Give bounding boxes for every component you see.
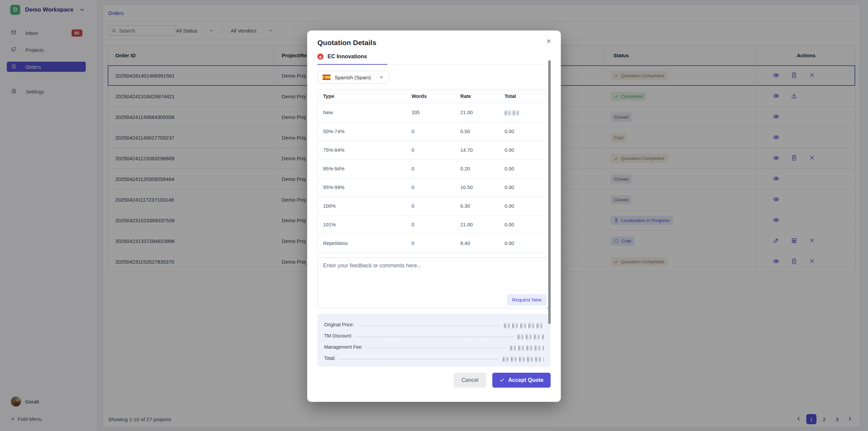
dotted-leader — [339, 359, 498, 360]
accept-quote-label: Accept Quote — [508, 377, 544, 383]
quote-column-words: Words — [406, 89, 455, 103]
quote-total-cell: 0.00 — [499, 141, 550, 159]
quote-rate-cell: 0.20 — [455, 159, 499, 178]
summary-label: TM Discount: — [324, 333, 352, 341]
summary-row: Total: — [324, 352, 544, 363]
quote-table: Type Words Rate Total New 335 21.00 50%-… — [317, 89, 551, 253]
spain-flag-icon — [322, 75, 331, 80]
quote-rate-cell: 14.70 — [455, 141, 499, 159]
quote-type-cell: 75%-84% — [318, 141, 406, 159]
quote-total-cell: 0.00 — [499, 122, 550, 141]
quote-total-cell: 0.00 — [499, 159, 550, 178]
vendor-logo-icon: e — [317, 54, 323, 60]
quote-row: 75%-84% 0 14.70 0.00 — [318, 141, 550, 159]
modal-scrollbar-thumb[interactable] — [548, 60, 551, 324]
request-new-button[interactable]: Request New — [507, 294, 547, 306]
modal-footer: Cancel Accept Quote — [317, 373, 551, 388]
summary-row: Original Price: — [324, 318, 544, 329]
quote-rate-cell: 6.30 — [455, 197, 499, 215]
censored-value — [504, 323, 544, 328]
quotation-details-modal: Quotation Details e EC Innovations Spani… — [307, 30, 561, 402]
chevron-down-icon — [379, 75, 384, 80]
quote-type-cell: New — [318, 103, 406, 122]
cancel-button[interactable]: Cancel — [454, 373, 486, 388]
summary-row: Management Fee: — [324, 341, 544, 352]
check-icon — [499, 377, 505, 383]
quote-column-rate: Rate — [455, 89, 499, 103]
language-dropdown[interactable]: Spanish (Spain) — [317, 71, 389, 84]
quote-row: Repetitions 0 8.40 0.00 — [318, 234, 550, 252]
quote-row: New 335 21.00 — [318, 103, 550, 122]
summary-row: TM Discount: — [324, 329, 544, 341]
quote-rate-cell: 10.50 — [455, 178, 499, 197]
modal-title: Quotation Details — [317, 39, 551, 47]
quote-type-cell: 100% — [318, 197, 406, 215]
accept-quote-button[interactable]: Accept Quote — [492, 373, 551, 388]
quote-type-cell: Repetitions — [318, 234, 406, 252]
quote-total-cell: 0.00 — [499, 234, 550, 252]
quote-type-cell: 101% — [318, 215, 406, 234]
quote-column-type: Type — [318, 89, 406, 103]
close-button[interactable] — [545, 37, 553, 45]
quote-words-cell: 0 — [406, 122, 455, 141]
censored-value — [510, 346, 544, 351]
quote-type-cell: 50%-74% — [318, 122, 406, 141]
quote-row: 85%-94% 0 0.20 0.00 — [318, 159, 550, 178]
quote-type-cell: 85%-94% — [318, 159, 406, 178]
feedback-section: Request New — [317, 258, 551, 310]
censored-value — [505, 110, 521, 116]
summary-label: Total: — [324, 355, 335, 363]
quote-row: 100% 0 6.30 0.00 — [318, 197, 550, 215]
quote-column-total: Total — [499, 89, 550, 103]
quote-row: 95%-99% 0 10.50 0.00 — [318, 178, 550, 197]
quote-total-cell: 0.00 — [499, 215, 550, 234]
summary-label: Original Price: — [324, 322, 354, 329]
quote-words-cell: 335 — [406, 103, 455, 122]
quote-rate-cell: 0.50 — [455, 122, 499, 141]
quote-rate-cell: 8.40 — [455, 234, 499, 252]
quote-words-cell: 0 — [406, 215, 455, 234]
close-icon[interactable] — [546, 39, 551, 44]
quote-words-cell: 0 — [406, 197, 455, 215]
dotted-leader — [367, 348, 506, 348]
dotted-leader — [356, 336, 513, 337]
censored-value — [517, 334, 544, 340]
quote-rate-cell: 21.00 — [455, 103, 499, 122]
quote-total-cell: 0.00 — [499, 197, 550, 215]
tab-ec-innovations[interactable]: e EC Innovations — [317, 54, 387, 65]
censored-value — [502, 357, 544, 362]
quote-words-cell: 0 — [406, 234, 455, 252]
quote-rate-cell: 21.00 — [455, 215, 499, 234]
dotted-leader — [358, 325, 500, 326]
quote-words-cell: 0 — [406, 141, 455, 159]
summary-label: Management Fee: — [324, 344, 363, 352]
quote-type-cell: 95%-99% — [318, 178, 406, 197]
quote-total-cell: 0.00 — [499, 178, 550, 197]
quote-words-cell: 0 — [406, 159, 455, 178]
language-selected: Spanish (Spain) — [335, 75, 371, 80]
quote-total-cell — [499, 103, 550, 122]
quote-row: 101% 0 21.00 0.00 — [318, 215, 550, 234]
price-summary: Original Price: TM Discount: Management … — [317, 314, 551, 367]
quote-row: 50%-74% 0 0.50 0.00 — [318, 122, 550, 141]
vendor-tabs: e EC Innovations — [317, 54, 551, 65]
vendor-tab-label: EC Innovations — [328, 54, 367, 60]
quote-words-cell: 0 — [406, 178, 455, 197]
